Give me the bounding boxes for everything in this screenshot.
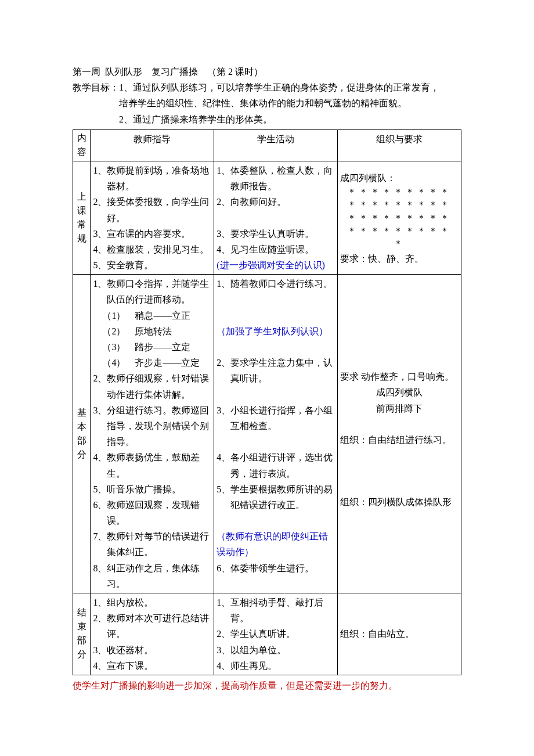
list-text: 听音乐做广播操。 (107, 481, 211, 497)
lesson-header: 第一周 队列队形 复习广播操 （第 2 课时） 教学目标：1、通过队列队形练习，… (73, 64, 461, 127)
list-num: 1、 (93, 163, 107, 194)
list-num: 3、 (93, 402, 107, 450)
formation-label: 成四列横队： (340, 170, 459, 186)
list-num: 2、 (93, 610, 107, 642)
list-num: 1、 (217, 276, 230, 291)
org-line: 成四列横队 (340, 384, 459, 400)
list-text: 教师表扬优生，鼓励差生。 (107, 449, 211, 481)
list-text: 小组长进行指挥，各小组互相检查。 (230, 402, 335, 434)
org-line: 前两排蹲下 (340, 401, 459, 416)
list-text: 检查服装，安排见习生。 (107, 242, 211, 257)
org-line: 组织：自由站立。 (340, 626, 459, 642)
list-num: 3、 (217, 402, 230, 434)
list-text: 教师口令指挥，并随学生队伍的行进而移动。 (107, 276, 211, 307)
list-num: 8、 (93, 560, 107, 592)
list-text: 教师巡回观察，发现错误。 (107, 497, 211, 528)
lesson-plan-table: 内容 教师指导 学生活动 组织与要求 上课常规 1、教师提前到场，准备场地器材。… (73, 129, 461, 675)
footer-reflection: 使学生对广播操的影响进一步加深，提高动作质量，但是还需要进一步的努力。 (73, 678, 461, 693)
formation-row: ＊＊＊＊＊＊＊＊＊ (340, 212, 459, 225)
r3-teacher-cell: 1、组内放松。 2、教师对本次可进行总结讲评。 3、收还器材。 4、宣布下课。 (91, 593, 214, 675)
sub-item: （3） 踏步——立定 (93, 339, 211, 355)
list-num: 4、 (93, 658, 107, 674)
list-num: 5、 (93, 257, 107, 273)
list-text: 教师对本次可进行总结讲评。 (107, 610, 211, 642)
goal-1a: 1、通过队列队形练习，可以培养学生正确的身体姿势，促进身体的正常发育， (119, 82, 439, 92)
r2-org-cell: 要求 动作整齐，口号响亮。 成四列横队 前两排蹲下 组织：自由结组进行练习。 组… (338, 275, 461, 593)
list-text: 学生要根据教师所讲的易犯错误进行改正。 (230, 481, 335, 513)
list-num: 5、 (217, 481, 230, 513)
sub-item: （4） 齐步走——立定 (93, 355, 211, 370)
list-num: 3、 (217, 226, 230, 242)
list-num: 2、 (93, 194, 107, 225)
list-num: 4、 (217, 449, 230, 481)
row-label-routine: 上课常规 (73, 161, 91, 274)
formation-row: ＊＊＊＊＊＊＊＊＊ (340, 225, 459, 237)
org-line: 组织：自由结组进行练习。 (340, 432, 459, 448)
table-row: 结束部分 1、组内放松。 2、教师对本次可进行总结讲评。 3、收还器材。 4、宣… (73, 593, 461, 675)
list-num: 4、 (217, 242, 230, 257)
queue-note: （加强了学生对队列认识） (217, 323, 335, 339)
goal-prefix: 教学目标： (73, 82, 119, 92)
list-text: 教师针对每节的错误进行集体纠正。 (107, 528, 211, 560)
list-text: 分组进行练习。教师巡回指导，发现个别错误个别指导。 (107, 402, 211, 450)
list-num: 2、 (217, 194, 230, 210)
table-row: 上课常规 1、教师提前到场，准备场地器材。 2、接受体委报数，向学生问好。 3、… (73, 161, 461, 274)
r1-student-cell: 1、体委整队，检查人数，向教师报告。 2、向教师问好。 3、要求学生认真听讲。 … (214, 161, 338, 274)
list-num: 3、 (217, 642, 230, 658)
list-text: 安全教育。 (107, 257, 211, 273)
teaching-goals: 教学目标：1、通过队列队形练习，可以培养学生正确的身体姿势，促进身体的正常发育，… (73, 80, 461, 127)
list-text: 接受体委报数，向学生问好。 (107, 194, 211, 225)
list-num: 2、 (217, 626, 230, 642)
list-num: 4、 (93, 449, 107, 481)
list-num: 6、 (217, 560, 230, 576)
list-num: 1、 (217, 595, 230, 626)
list-text: 收还器材。 (107, 642, 211, 658)
formation-row: ＊ (340, 237, 459, 250)
list-text: 师生再见。 (230, 658, 335, 674)
org-line: 组织：四列横队成体操队形 (340, 494, 459, 510)
sub-item: （2） 原地转法 (93, 323, 211, 339)
requirement-text: 要求：快、静、齐。 (340, 251, 459, 267)
list-num: 7、 (93, 528, 107, 560)
list-text: 要求学生注意力集中，认真听讲。 (230, 355, 335, 386)
list-text: 见习生应随堂听课。 (230, 242, 335, 257)
lesson-title: 第一周 队列队形 复习广播操 （第 2 课时） (73, 64, 461, 80)
col-header-student: 学生活动 (214, 129, 338, 161)
list-text: 教师仔细观察，针对错误动作进行集体讲解。 (107, 370, 211, 402)
r1-teacher-cell: 1、教师提前到场，准备场地器材。 2、接受体委报数，向学生问好。 3、宣布课的内… (91, 161, 214, 274)
table-row: 基本部分 1、教师口令指挥，并随学生队伍的行进而移动。 （1） 稍息——立正 （… (73, 275, 461, 593)
list-num: 2、 (93, 370, 107, 402)
list-num: 3、 (93, 226, 107, 242)
list-text: 要求学生认真听讲。 (230, 226, 335, 242)
r3-student-cell: 1、互相抖动手臂、敲打后背。 2、学生认真听讲。 3、以组为单位。 4、师生再见… (214, 593, 338, 675)
list-num: 2、 (217, 355, 230, 386)
list-text: 以组为单位。 (230, 642, 335, 658)
list-num: 5、 (93, 481, 107, 497)
list-num: 1、 (93, 595, 107, 610)
safety-note: (进一步强调对安全的认识) (217, 257, 335, 273)
r2-student-cell: 1、随着教师口令进行练习。 （加强了学生对队列认识） 2、要求学生注意力集中，认… (214, 275, 338, 593)
list-num: 1、 (93, 276, 107, 307)
row-label-end: 结束部分 (73, 593, 91, 675)
list-text: 教师提前到场，准备场地器材。 (107, 163, 211, 194)
sub-item: （1） 稍息——立正 (93, 308, 211, 323)
correct-note: （教师有意识的即使纠正错误动作） (217, 528, 335, 560)
goal-2: 2、通过广播操来培养学生的形体美。 (73, 111, 461, 127)
list-text: 宣布课的内容要求。 (107, 226, 211, 242)
goal-1b: 培养学生的组织性、纪律性、集体动作的能力和朝气蓬勃的精神面貌。 (73, 95, 461, 111)
list-text: 随着教师口令进行练习。 (230, 276, 335, 291)
row-label-main: 基本部分 (73, 275, 91, 593)
r2-teacher-cell: 1、教师口令指挥，并随学生队伍的行进而移动。 （1） 稍息——立正 （2） 原地… (91, 275, 214, 593)
r1-org-cell: 成四列横队： ＊＊＊＊＊＊＊＊＊ ＊＊＊＊＊＊＊＊＊ ＊＊＊＊＊＊＊＊＊ ＊＊＊… (338, 161, 461, 274)
formation-row: ＊＊＊＊＊＊＊＊＊ (340, 186, 459, 199)
list-num: 3、 (93, 642, 107, 658)
list-text: 体委整队，检查人数，向教师报告。 (230, 163, 335, 194)
list-text: 学生认真听讲。 (230, 626, 335, 642)
list-num: 6、 (93, 497, 107, 528)
r3-org-cell: 组织：自由站立。 (338, 593, 461, 675)
list-num: 1、 (217, 163, 230, 194)
table-header-row: 内容 教师指导 学生活动 组织与要求 (73, 129, 461, 161)
list-text: 体委带领学生进行。 (230, 560, 335, 576)
col-header-content: 内容 (73, 129, 91, 161)
list-text: 宣布下课。 (107, 658, 211, 674)
